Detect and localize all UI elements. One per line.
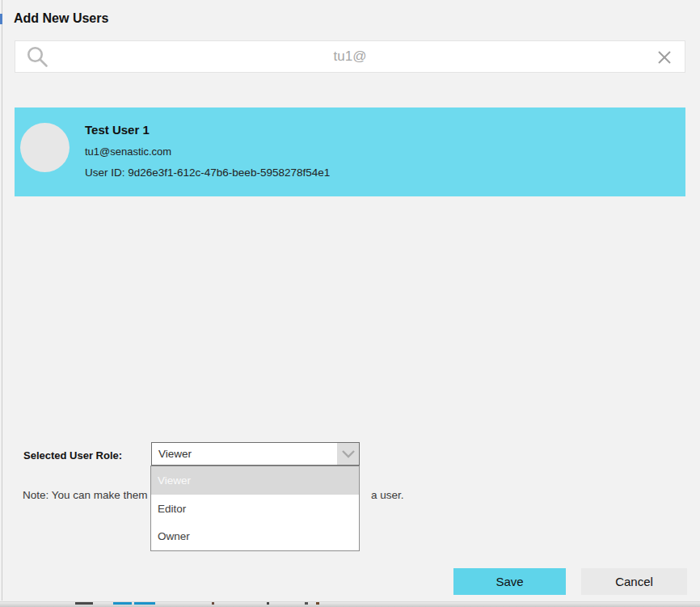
taskbar-icon-sliver	[212, 602, 214, 605]
save-button[interactable]: Save	[453, 568, 566, 595]
add-new-users-dialog: Add New Users Test User 1 tu1@senastic.c…	[0, 0, 700, 607]
user-name: Test User 1	[85, 123, 150, 137]
taskbar-icon-sliver	[316, 602, 319, 605]
taskbar-icon-sliver	[113, 602, 132, 605]
taskbar-icon-sliver	[75, 602, 93, 605]
background-window-sliver	[0, 14, 2, 24]
note-text-right: a user.	[371, 489, 404, 501]
user-id: User ID: 9d26e3f1-612c-47b6-beeb-5958278…	[85, 167, 330, 179]
selected-user-role-label: Selected User Role:	[23, 449, 122, 462]
chevron-down-icon	[342, 447, 355, 462]
window-edge-divider	[2, 0, 2, 601]
taskbar-edge	[0, 601, 700, 607]
clear-search-icon[interactable]	[657, 50, 672, 65]
user-search-box[interactable]	[15, 40, 685, 73]
search-icon	[25, 45, 49, 70]
taskbar-icon-sliver	[267, 602, 269, 605]
taskbar-icon-sliver	[134, 602, 155, 605]
user-result-row[interactable]: Test User 1 tu1@senastic.com User ID: 9d…	[15, 107, 685, 196]
page-title: Add New Users	[14, 11, 108, 26]
role-combobox-value: Viewer	[152, 448, 337, 460]
search-input[interactable]	[15, 41, 685, 72]
role-combobox[interactable]: Viewer	[151, 442, 360, 466]
role-option-owner[interactable]: Owner	[151, 522, 359, 550]
role-dropdown-popup: Viewer Editor Owner	[150, 466, 360, 551]
cancel-button[interactable]: Cancel	[581, 568, 687, 595]
note-text-left: Note: You can make them	[23, 489, 148, 501]
role-option-editor[interactable]: Editor	[151, 495, 359, 523]
avatar	[20, 123, 70, 172]
taskbar-icon-sliver	[305, 602, 308, 605]
user-email: tu1@senastic.com	[85, 145, 171, 158]
combobox-dropdown-button[interactable]	[337, 443, 359, 465]
role-option-viewer[interactable]: Viewer	[151, 466, 359, 495]
